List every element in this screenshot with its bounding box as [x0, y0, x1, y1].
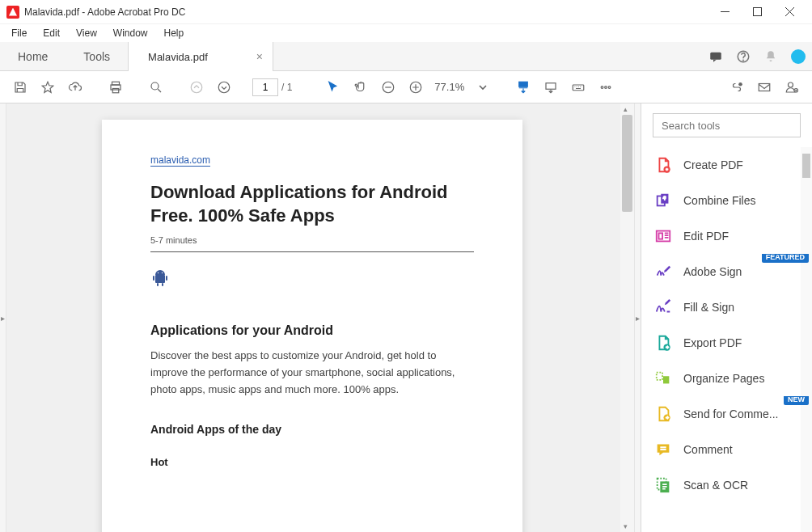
- tool-item-fillsign[interactable]: Fill & Sign: [641, 289, 812, 325]
- tools-search-input[interactable]: [653, 113, 801, 137]
- save-icon[interactable]: [8, 75, 32, 99]
- svg-rect-33: [659, 233, 663, 239]
- svg-point-17: [608, 86, 611, 88]
- email-icon[interactable]: [752, 75, 776, 99]
- tool-item-organize[interactable]: Organize Pages: [641, 361, 812, 396]
- page-down-icon[interactable]: [212, 75, 236, 99]
- organize-icon: [654, 369, 672, 387]
- doc-h4: Hot: [150, 456, 474, 468]
- zoom-in-icon[interactable]: [404, 75, 428, 99]
- fit-page-icon[interactable]: [539, 75, 563, 99]
- svg-rect-24: [166, 276, 167, 281]
- svg-point-3: [743, 60, 744, 61]
- chat-icon[interactable]: [702, 42, 730, 70]
- edit-icon: [654, 227, 672, 245]
- tool-item-edit[interactable]: Edit PDF: [641, 218, 812, 254]
- help-icon[interactable]: [730, 42, 757, 70]
- tool-label: Edit PDF: [683, 230, 799, 243]
- user-avatar[interactable]: [785, 42, 812, 70]
- tool-item-sendcomment[interactable]: Send for Comme...NEW: [641, 396, 812, 432]
- tool-item-export[interactable]: Export PDF: [641, 325, 812, 361]
- left-panel-toggle[interactable]: ▸: [0, 103, 6, 532]
- svg-point-27: [158, 272, 159, 273]
- tool-label: Scan & OCR: [683, 479, 799, 492]
- window-title: Malavida.pdf - Adobe Acrobat Pro DC: [24, 6, 708, 18]
- page-up-icon[interactable]: [184, 75, 209, 99]
- tool-item-combine[interactable]: Combine Files: [641, 183, 812, 218]
- tool-label: Export PDF: [683, 336, 799, 349]
- doc-heading: Download Applications for Android Free. …: [150, 181, 474, 227]
- cloud-upload-icon[interactable]: [63, 75, 87, 99]
- more-icon[interactable]: [594, 75, 618, 99]
- pdf-page: malavida.com Download Applications for A…: [102, 120, 522, 532]
- fit-width-icon[interactable]: [511, 75, 535, 99]
- svg-rect-23: [153, 276, 154, 281]
- tab-document[interactable]: Malavida.pdf ×: [128, 42, 273, 71]
- tool-badge: NEW: [784, 396, 809, 405]
- svg-rect-25: [157, 283, 159, 286]
- tool-item-create[interactable]: Create PDF: [641, 147, 812, 183]
- tools-panel: Create PDFCombine FilesEdit PDFAdobe Sig…: [641, 103, 812, 532]
- zoom-out-icon[interactable]: [376, 75, 400, 99]
- scrollbar-thumb[interactable]: [622, 115, 632, 212]
- find-icon[interactable]: [144, 75, 168, 99]
- svg-rect-14: [573, 85, 584, 91]
- doc-read-time: 5-7 minutes: [150, 235, 474, 245]
- doc-domain: malavida.com: [150, 154, 210, 167]
- tool-label: Send for Comme...: [683, 407, 799, 420]
- menu-view[interactable]: View: [68, 26, 105, 40]
- tool-item-comment[interactable]: Comment: [641, 432, 812, 467]
- page-input[interactable]: [252, 78, 278, 96]
- svg-point-9: [218, 82, 230, 93]
- print-icon[interactable]: [104, 75, 128, 99]
- viewport-scrollbar[interactable]: ▴ ▾: [620, 103, 634, 532]
- menu-window[interactable]: Window: [105, 26, 156, 40]
- doc-h3: Android Apps of the day: [150, 423, 474, 436]
- tool-label: Organize Pages: [683, 372, 799, 385]
- hand-tool-icon[interactable]: [349, 75, 373, 99]
- close-button[interactable]: [773, 0, 806, 23]
- right-panel-toggle[interactable]: ▸: [634, 103, 641, 532]
- tool-item-sign[interactable]: Adobe SignFEATURED: [641, 254, 812, 289]
- selection-tool-icon[interactable]: [321, 75, 345, 99]
- tool-item-scan[interactable]: Scan & OCR: [641, 467, 812, 503]
- menu-edit[interactable]: Edit: [35, 26, 68, 40]
- create-icon: [654, 156, 672, 174]
- doc-paragraph: Discover the best apps to customize your…: [150, 348, 474, 398]
- svg-point-28: [162, 272, 163, 273]
- toolbar: / 1 77.1%: [0, 71, 812, 103]
- tab-close-icon[interactable]: ×: [256, 50, 263, 63]
- acrobat-icon: [6, 6, 19, 19]
- link-cloud-icon[interactable]: [725, 75, 749, 99]
- android-icon: [150, 268, 170, 288]
- menu-help[interactable]: Help: [156, 26, 192, 40]
- svg-point-7: [151, 82, 159, 90]
- svg-rect-36: [663, 376, 669, 383]
- share-user-icon[interactable]: [780, 75, 804, 99]
- minimize-button[interactable]: [708, 0, 741, 23]
- svg-point-16: [605, 86, 607, 88]
- combine-icon: [654, 192, 672, 209]
- export-icon: [654, 334, 672, 352]
- menubar: File Edit View Window Help: [0, 24, 812, 42]
- document-viewport[interactable]: malavida.com Download Applications for A…: [6, 103, 634, 532]
- maximize-button[interactable]: [741, 0, 773, 23]
- svg-rect-35: [657, 373, 662, 380]
- tab-row: Home Tools Malavida.pdf ×: [0, 42, 812, 71]
- tab-home[interactable]: Home: [0, 42, 66, 70]
- svg-point-20: [789, 82, 793, 87]
- tool-label: Create PDF: [683, 158, 799, 171]
- doc-h2: Applications for your Android: [150, 323, 474, 338]
- zoom-value[interactable]: 77.1%: [431, 81, 467, 93]
- menu-file[interactable]: File: [3, 26, 35, 40]
- keyboard-icon[interactable]: [566, 75, 590, 99]
- page-total: / 1: [281, 82, 292, 93]
- tab-tools[interactable]: Tools: [66, 42, 128, 70]
- zoom-dropdown-icon[interactable]: [471, 75, 495, 99]
- scan-icon: [654, 476, 672, 494]
- tool-label: Fill & Sign: [683, 301, 799, 314]
- bell-icon[interactable]: [757, 42, 785, 70]
- svg-rect-26: [162, 283, 163, 286]
- star-icon[interactable]: [36, 75, 60, 99]
- doc-divider: [150, 251, 474, 252]
